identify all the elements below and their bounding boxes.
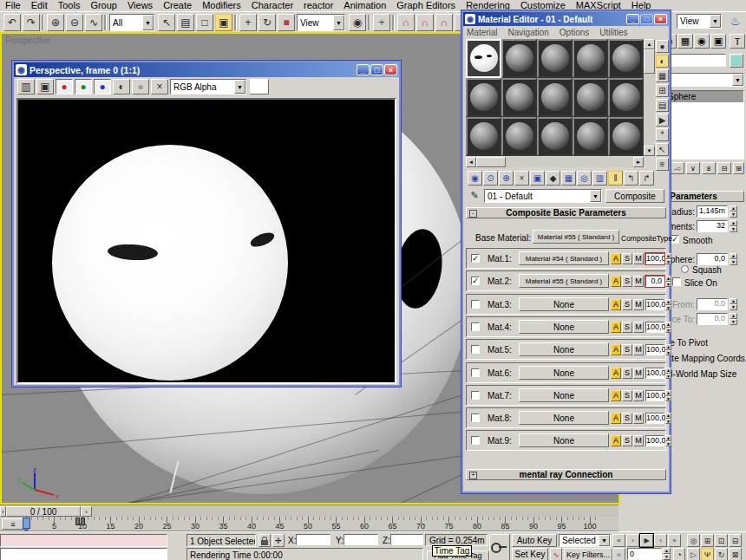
assign-to-selection-icon[interactable]: ⊕ — [499, 171, 514, 186]
go-to-start-button[interactable]: « — [612, 534, 625, 547]
mix-a-button[interactable]: A — [611, 299, 621, 310]
mental-ray-connection-header[interactable]: mental ray Connection — [466, 469, 666, 480]
collapse-icon[interactable]: - — [469, 210, 477, 218]
show-end-result-button[interactable]: ∨ — [686, 162, 700, 174]
select-and-move-icon[interactable]: + — [239, 14, 257, 31]
slice-to-spinner[interactable]: ▲▼ — [730, 313, 737, 325]
mix-s-button[interactable]: S — [622, 322, 632, 333]
time-slider-left-arrow[interactable]: ‹ — [0, 506, 6, 517]
menu-create[interactable]: Create — [158, 0, 197, 11]
field-of-view-button[interactable]: ▷ — [687, 548, 700, 560]
mat-enable-checkbox[interactable]: ✓ — [471, 254, 480, 263]
mat-amount-spinner[interactable]: ▲▼ — [665, 413, 671, 424]
material-name-dropdown[interactable]: 01 - Default▼ — [484, 189, 602, 203]
clear-icon[interactable]: × — [151, 79, 168, 94]
material-type-button[interactable]: Composite — [605, 189, 664, 203]
mix-a-button[interactable]: A — [611, 413, 621, 424]
spin-down[interactable]: ▼ — [665, 419, 671, 425]
auto-key-button[interactable]: Auto Key — [512, 534, 557, 547]
slice-from-field[interactable]: 0,0 — [697, 298, 728, 310]
material-editor-menu-options[interactable]: Options — [560, 28, 589, 39]
undo-icon[interactable]: ↶ — [3, 14, 21, 31]
mat-material-button[interactable]: None — [519, 388, 609, 402]
next-frame-button[interactable]: › — [654, 534, 667, 547]
z-coordinate-field[interactable] — [390, 534, 423, 545]
selection-lock-button[interactable] — [258, 534, 271, 547]
menu-views[interactable]: Views — [122, 0, 158, 11]
red-channel-icon[interactable]: ● — [56, 79, 73, 94]
macro-recorder-field[interactable] — [0, 534, 167, 547]
sample-type-icon[interactable]: ● — [656, 40, 669, 53]
scroll-up-icon[interactable]: ▲ — [644, 39, 655, 49]
make-preview-icon[interactable]: ▶ — [656, 114, 669, 127]
minimize-button[interactable]: _ — [357, 64, 370, 75]
pan-button[interactable]: Ψ — [701, 548, 714, 560]
segments-spinner[interactable]: ▲▼ — [730, 220, 737, 232]
sample-slot-3[interactable] — [537, 39, 573, 78]
spin-down[interactable]: ▼ — [665, 396, 671, 402]
render-window-titlebar[interactable]: ◉ Perspective, frame 0 (1:1) _ □ × — [14, 62, 399, 77]
select-and-link-icon[interactable]: ⊕ — [47, 14, 64, 31]
rectangular-selection-region-icon[interactable]: □ — [196, 14, 213, 31]
mix-m-button[interactable]: M — [633, 253, 644, 264]
menu-group[interactable]: Group — [85, 0, 122, 11]
mat-material-button[interactable]: Material #55 ( Standard ) — [519, 274, 609, 288]
keyboard-override-button[interactable] — [489, 534, 510, 560]
mix-s-button[interactable]: S — [622, 253, 632, 264]
sample-slot-11[interactable] — [466, 117, 501, 156]
select-by-name-icon[interactable]: ▤ — [177, 14, 194, 31]
mix-a-button[interactable]: A — [611, 368, 621, 379]
mat-material-button[interactable]: None — [519, 411, 609, 425]
zoom-extents-all-button[interactable]: ⊟ — [729, 534, 742, 547]
mat-enable-checkbox[interactable] — [471, 300, 480, 309]
menu-reactor[interactable]: reactor — [298, 0, 338, 11]
time-slider-right-arrow[interactable]: › — [81, 506, 92, 517]
arc-rotate-button[interactable]: ↻ — [715, 548, 728, 560]
radius-field[interactable]: 1,145m — [697, 205, 728, 218]
make-unique-icon[interactable]: ◆ — [546, 171, 560, 186]
show-map-in-viewport-icon[interactable]: ▥ — [592, 171, 607, 186]
keyframe-marker[interactable] — [75, 518, 80, 525]
spin-down[interactable]: ▼ — [665, 328, 671, 334]
slice-from-spinner[interactable]: ▲▼ — [730, 298, 737, 310]
configure-modifier-sets-button[interactable]: ⊞ — [733, 162, 744, 174]
material-editor-menu-navigation[interactable]: Navigation — [508, 28, 549, 39]
radius-spinner[interactable]: ▲▼ — [730, 205, 737, 218]
menu-file[interactable]: File — [0, 0, 26, 11]
mat-material-button[interactable]: None — [519, 320, 609, 334]
put-to-scene-icon[interactable]: ⊙ — [483, 171, 498, 186]
quick-render-icon[interactable]: ♨ — [727, 13, 743, 29]
minimize-button[interactable]: _ — [626, 14, 639, 24]
mix-s-button[interactable]: S — [622, 413, 632, 424]
mat-material-button[interactable]: None — [519, 433, 609, 447]
current-frame-field[interactable] — [627, 548, 662, 560]
go-forward-icon[interactable]: ↱ — [639, 171, 654, 186]
mat-amount-field[interactable]: 100,0 — [645, 299, 664, 310]
spin-down[interactable]: ▼ — [665, 441, 671, 447]
maximize-button[interactable]: □ — [370, 64, 383, 75]
mat-enable-checkbox[interactable] — [471, 413, 480, 422]
mix-m-button[interactable]: M — [633, 344, 644, 355]
rendered-frame-window[interactable]: ◉ Perspective, frame 0 (1:1) _ □ × ▥▣●●●… — [12, 61, 401, 387]
sample-slot-15[interactable] — [608, 117, 644, 156]
percent-snap-icon[interactable]: ∩ — [435, 14, 453, 31]
previous-frame-button[interactable]: ‹ — [626, 534, 639, 547]
options-icon[interactable]: * — [656, 128, 669, 141]
maximize-button[interactable]: □ — [640, 14, 653, 24]
frame-spinner[interactable]: ▲▼ — [663, 548, 671, 560]
slice-on-checkbox[interactable] — [672, 277, 681, 286]
absolute-offset-mode-button[interactable]: ✛ — [272, 534, 285, 547]
mix-s-button[interactable]: S — [622, 276, 632, 287]
material-map-navigator-icon[interactable]: ≡ — [656, 158, 669, 171]
sample-slot-8[interactable] — [537, 78, 573, 117]
select-object-icon[interactable]: ↖ — [158, 14, 175, 31]
mix-m-button[interactable]: M — [633, 435, 644, 446]
spin-down[interactable]: ▼ — [665, 305, 671, 311]
blue-channel-icon[interactable]: ● — [94, 79, 111, 94]
redo-icon[interactable]: ↷ — [23, 14, 40, 31]
chevron-down-icon[interactable]: ▼ — [234, 80, 245, 94]
mat-enable-checkbox[interactable] — [471, 436, 480, 445]
sample-slot-7[interactable] — [501, 78, 537, 117]
menu-graph-editors[interactable]: Graph Editors — [391, 0, 461, 11]
menu-character[interactable]: Character — [246, 0, 298, 11]
